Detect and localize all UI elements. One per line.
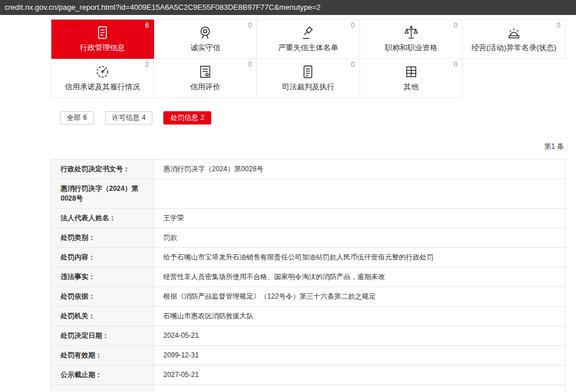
table-row: 处罚依据： 根据《消防产品监督管理规定》（122号令）第三十六条第二款之规定 <box>51 287 565 307</box>
tab-judicial-judgment-enforcement[interactable]: 0 司法裁判及执行 <box>257 59 360 98</box>
field-label: 处罚有效期： <box>51 346 154 365</box>
tab-label: 信用承诺及其履行情况 <box>51 82 154 92</box>
tab-count-badge: 0 <box>454 21 458 29</box>
field-value: 王学荣 <box>154 209 565 228</box>
seal-icon <box>154 25 256 42</box>
field-label: 处罚类别： <box>51 228 154 247</box>
tab-label: 行政管理信息 <box>51 43 154 53</box>
field-label: 处罚内容： <box>51 248 154 267</box>
url-bar[interactable]: credit.nx.gov.cn/page_report.html?id=400… <box>0 0 576 15</box>
tab-count-badge: 0 <box>351 21 355 29</box>
table-row: 处罚有效期： 2099-12-31 <box>51 346 565 365</box>
field-label <box>51 385 154 392</box>
table-row: 违法事实： 经营性非人员密集场所使用不合格、国家明令淘汰的消防产品，逾期未改 <box>51 267 565 287</box>
filter-license-info-button[interactable]: 许可信息4 <box>105 111 153 125</box>
tab-label: 司法裁判及执行 <box>257 82 359 92</box>
field-value: 2024-05-21 <box>154 326 565 345</box>
tab-label: 严重失信主体名单 <box>257 43 359 53</box>
tab-admin-management-info[interactable]: 6 行政管理信息 <box>51 20 154 59</box>
filter-label: 处罚信息 <box>170 114 198 122</box>
tab-label: 职称和职业资格 <box>360 43 462 53</box>
table-row: 惠消行罚决字（2024）第0028号 <box>51 179 565 209</box>
field-value <box>154 385 565 392</box>
field-value: 2027-05-21 <box>154 365 565 385</box>
url-text: credit.nx.gov.cn/page_report.html?id=400… <box>5 3 321 12</box>
tab-label: 经营(活动)异常名录(状态) <box>463 43 565 53</box>
tab-credit-commitment-performance[interactable]: 2 信用承诺及其履行情况 <box>51 59 154 98</box>
tab-honesty-trustworthiness[interactable]: 0 诚实守信 <box>154 20 257 59</box>
field-value: 经营性非人员密集场所使用不合格、国家明令淘汰的消防产品，逾期未改 <box>154 267 565 287</box>
table-row: 法人代表人姓名： 王学荣 <box>51 209 565 228</box>
field-label: 惠消行罚决字（2024）第0028号 <box>51 179 154 208</box>
alarm-icon <box>463 25 565 42</box>
report-page: 6 行政管理信息 0 诚实守信 0 <box>51 19 566 392</box>
field-value: 罚款 <box>154 228 565 247</box>
field-value: 给予石嘴山市宝塔龙升石油销售有限责任公司加油站罚款人民币伍仟壹佰元整的行政处罚 <box>154 248 565 267</box>
tab-label: 信用评价 <box>154 82 256 92</box>
tab-count-badge: 0 <box>351 61 355 69</box>
field-label: 公示截止期： <box>51 365 154 385</box>
field-value: 石嘴山市惠农区消防救援大队 <box>154 307 565 326</box>
certificate-icon <box>154 64 256 81</box>
field-label: 处罚依据： <box>51 287 154 306</box>
grid-icon <box>360 64 462 81</box>
field-label: 法人代表人姓名： <box>51 209 154 228</box>
filter-label: 许可信息 <box>112 114 140 122</box>
field-label: 处罚机关： <box>51 307 154 326</box>
document-form-icon <box>51 25 154 42</box>
filter-count: 4 <box>142 114 146 122</box>
tab-label: 诚实守信 <box>154 43 256 53</box>
tab-count-badge: 2 <box>145 61 149 69</box>
filter-label: 全部 <box>67 114 81 122</box>
table-row: 处罚类别： 罚款 <box>51 228 565 248</box>
filter-count: 6 <box>83 114 87 122</box>
tab-label: 其他 <box>360 82 462 92</box>
field-value: 2099-12-31 <box>154 346 565 365</box>
filter-all-button[interactable]: 全部6 <box>60 111 94 125</box>
scales-icon <box>360 25 462 42</box>
tab-count-badge: 0 <box>248 61 252 69</box>
record-filters: 全部6 许可信息4 处罚信息2 <box>51 111 566 125</box>
field-value: 根据《消防产品监督管理规定》（122号令）第三十六条第二款之规定 <box>154 287 565 306</box>
penalty-detail-table: 行政处罚决定书文号： 惠消行罚决字（2024）第0028号 惠消行罚决字（202… <box>51 159 566 392</box>
filter-penalty-info-button[interactable]: 处罚信息2 <box>163 111 211 125</box>
table-row: 公示截止期： 2027-05-21 <box>51 365 565 385</box>
field-label: 违法事实： <box>51 267 154 287</box>
tab-other[interactable]: 0 其他 <box>360 59 463 98</box>
tab-count-badge: 0 <box>454 61 458 69</box>
field-label: 处罚决定日期： <box>51 326 154 345</box>
tab-count-badge: 0 <box>556 21 560 29</box>
table-row: 处罚内容： 给予石嘴山市宝塔龙升石油销售有限责任公司加油站罚款人民币伍仟壹佰元整… <box>51 248 565 267</box>
record-count: 第1 条 <box>51 142 566 152</box>
table-row: 处罚决定日期： 2024-05-21 <box>51 326 565 346</box>
category-tab-grid: 6 行政管理信息 0 诚实守信 0 <box>51 19 566 98</box>
table-row: 处罚机关： 石嘴山市惠农区消防救援大队 <box>51 307 565 326</box>
tab-serious-dishonesty-list[interactable]: 0 严重失信主体名单 <box>257 20 360 59</box>
gavel-icon <box>257 25 359 42</box>
field-value: 惠消行罚决字（2024）第0028号 <box>154 160 565 179</box>
field-label: 行政处罚决定书文号： <box>51 160 154 179</box>
law-document-icon <box>257 64 359 81</box>
filter-count: 2 <box>200 114 204 122</box>
field-value <box>154 179 565 208</box>
table-row-partial <box>51 385 565 392</box>
table-row: 行政处罚决定书文号： 惠消行罚决字（2024）第0028号 <box>51 160 565 179</box>
gauge-icon <box>51 64 154 81</box>
tab-count-badge: 6 <box>145 21 149 29</box>
tab-count-badge: 0 <box>248 21 252 29</box>
tab-titles-and-qualifications[interactable]: 0 职称和职业资格 <box>360 20 463 59</box>
tab-credit-evaluation[interactable]: 0 信用评价 <box>154 59 257 98</box>
tab-abnormal-operation-list[interactable]: 0 经营(活动)异常名录(状态) <box>463 20 566 59</box>
